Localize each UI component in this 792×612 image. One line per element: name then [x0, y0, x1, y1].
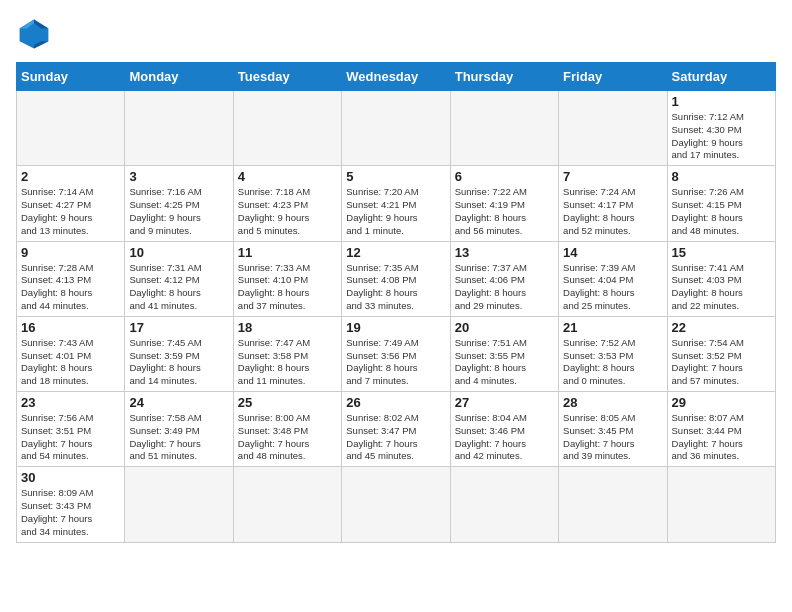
day-number: 28 — [563, 395, 662, 410]
day-cell: 5Sunrise: 7:20 AM Sunset: 4:21 PM Daylig… — [342, 166, 450, 241]
day-info: Sunrise: 7:12 AM Sunset: 4:30 PM Dayligh… — [672, 111, 771, 162]
day-cell: 3Sunrise: 7:16 AM Sunset: 4:25 PM Daylig… — [125, 166, 233, 241]
day-info: Sunrise: 7:22 AM Sunset: 4:19 PM Dayligh… — [455, 186, 554, 237]
day-cell: 6Sunrise: 7:22 AM Sunset: 4:19 PM Daylig… — [450, 166, 558, 241]
day-cell — [17, 91, 125, 166]
day-number: 8 — [672, 169, 771, 184]
day-cell — [342, 91, 450, 166]
day-number: 21 — [563, 320, 662, 335]
day-cell: 18Sunrise: 7:47 AM Sunset: 3:58 PM Dayli… — [233, 316, 341, 391]
day-cell — [667, 467, 775, 542]
day-cell: 26Sunrise: 8:02 AM Sunset: 3:47 PM Dayli… — [342, 392, 450, 467]
week-row-3: 9Sunrise: 7:28 AM Sunset: 4:13 PM Daylig… — [17, 241, 776, 316]
day-cell: 30Sunrise: 8:09 AM Sunset: 3:43 PM Dayli… — [17, 467, 125, 542]
day-cell: 11Sunrise: 7:33 AM Sunset: 4:10 PM Dayli… — [233, 241, 341, 316]
day-header-saturday: Saturday — [667, 63, 775, 91]
day-info: Sunrise: 7:47 AM Sunset: 3:58 PM Dayligh… — [238, 337, 337, 388]
day-info: Sunrise: 7:56 AM Sunset: 3:51 PM Dayligh… — [21, 412, 120, 463]
day-number: 30 — [21, 470, 120, 485]
day-number: 22 — [672, 320, 771, 335]
day-cell: 12Sunrise: 7:35 AM Sunset: 4:08 PM Dayli… — [342, 241, 450, 316]
day-info: Sunrise: 7:35 AM Sunset: 4:08 PM Dayligh… — [346, 262, 445, 313]
day-info: Sunrise: 8:05 AM Sunset: 3:45 PM Dayligh… — [563, 412, 662, 463]
day-number: 2 — [21, 169, 120, 184]
day-number: 26 — [346, 395, 445, 410]
day-cell — [450, 91, 558, 166]
day-header-monday: Monday — [125, 63, 233, 91]
day-number: 4 — [238, 169, 337, 184]
day-cell: 15Sunrise: 7:41 AM Sunset: 4:03 PM Dayli… — [667, 241, 775, 316]
day-info: Sunrise: 7:24 AM Sunset: 4:17 PM Dayligh… — [563, 186, 662, 237]
day-info: Sunrise: 7:18 AM Sunset: 4:23 PM Dayligh… — [238, 186, 337, 237]
day-number: 6 — [455, 169, 554, 184]
day-cell: 25Sunrise: 8:00 AM Sunset: 3:48 PM Dayli… — [233, 392, 341, 467]
day-cell: 4Sunrise: 7:18 AM Sunset: 4:23 PM Daylig… — [233, 166, 341, 241]
day-number: 19 — [346, 320, 445, 335]
day-number: 9 — [21, 245, 120, 260]
day-info: Sunrise: 8:04 AM Sunset: 3:46 PM Dayligh… — [455, 412, 554, 463]
day-number: 7 — [563, 169, 662, 184]
day-info: Sunrise: 7:41 AM Sunset: 4:03 PM Dayligh… — [672, 262, 771, 313]
week-row-6: 30Sunrise: 8:09 AM Sunset: 3:43 PM Dayli… — [17, 467, 776, 542]
day-number: 11 — [238, 245, 337, 260]
day-info: Sunrise: 7:39 AM Sunset: 4:04 PM Dayligh… — [563, 262, 662, 313]
day-info: Sunrise: 7:20 AM Sunset: 4:21 PM Dayligh… — [346, 186, 445, 237]
day-cell: 14Sunrise: 7:39 AM Sunset: 4:04 PM Dayli… — [559, 241, 667, 316]
calendar-table: SundayMondayTuesdayWednesdayThursdayFrid… — [16, 62, 776, 543]
day-number: 1 — [672, 94, 771, 109]
week-row-2: 2Sunrise: 7:14 AM Sunset: 4:27 PM Daylig… — [17, 166, 776, 241]
day-cell — [233, 91, 341, 166]
day-cell: 13Sunrise: 7:37 AM Sunset: 4:06 PM Dayli… — [450, 241, 558, 316]
logo — [16, 16, 58, 52]
day-number: 27 — [455, 395, 554, 410]
day-number: 3 — [129, 169, 228, 184]
day-cell — [450, 467, 558, 542]
day-info: Sunrise: 7:43 AM Sunset: 4:01 PM Dayligh… — [21, 337, 120, 388]
day-header-thursday: Thursday — [450, 63, 558, 91]
day-number: 29 — [672, 395, 771, 410]
day-cell — [233, 467, 341, 542]
page-container: SundayMondayTuesdayWednesdayThursdayFrid… — [0, 0, 792, 551]
svg-marker-0 — [20, 20, 49, 49]
week-row-1: 1Sunrise: 7:12 AM Sunset: 4:30 PM Daylig… — [17, 91, 776, 166]
day-info: Sunrise: 7:49 AM Sunset: 3:56 PM Dayligh… — [346, 337, 445, 388]
day-info: Sunrise: 7:45 AM Sunset: 3:59 PM Dayligh… — [129, 337, 228, 388]
day-cell: 27Sunrise: 8:04 AM Sunset: 3:46 PM Dayli… — [450, 392, 558, 467]
day-number: 20 — [455, 320, 554, 335]
week-row-4: 16Sunrise: 7:43 AM Sunset: 4:01 PM Dayli… — [17, 316, 776, 391]
day-info: Sunrise: 7:28 AM Sunset: 4:13 PM Dayligh… — [21, 262, 120, 313]
day-cell: 9Sunrise: 7:28 AM Sunset: 4:13 PM Daylig… — [17, 241, 125, 316]
day-cell: 24Sunrise: 7:58 AM Sunset: 3:49 PM Dayli… — [125, 392, 233, 467]
page-header — [16, 16, 776, 52]
day-info: Sunrise: 7:14 AM Sunset: 4:27 PM Dayligh… — [21, 186, 120, 237]
day-cell: 20Sunrise: 7:51 AM Sunset: 3:55 PM Dayli… — [450, 316, 558, 391]
day-cell: 22Sunrise: 7:54 AM Sunset: 3:52 PM Dayli… — [667, 316, 775, 391]
day-number: 23 — [21, 395, 120, 410]
day-info: Sunrise: 7:37 AM Sunset: 4:06 PM Dayligh… — [455, 262, 554, 313]
day-number: 24 — [129, 395, 228, 410]
day-cell: 19Sunrise: 7:49 AM Sunset: 3:56 PM Dayli… — [342, 316, 450, 391]
day-info: Sunrise: 7:58 AM Sunset: 3:49 PM Dayligh… — [129, 412, 228, 463]
day-header-sunday: Sunday — [17, 63, 125, 91]
day-header-wednesday: Wednesday — [342, 63, 450, 91]
day-cell: 1Sunrise: 7:12 AM Sunset: 4:30 PM Daylig… — [667, 91, 775, 166]
day-cell: 16Sunrise: 7:43 AM Sunset: 4:01 PM Dayli… — [17, 316, 125, 391]
day-info: Sunrise: 8:07 AM Sunset: 3:44 PM Dayligh… — [672, 412, 771, 463]
day-number: 13 — [455, 245, 554, 260]
day-info: Sunrise: 7:26 AM Sunset: 4:15 PM Dayligh… — [672, 186, 771, 237]
day-number: 25 — [238, 395, 337, 410]
day-info: Sunrise: 8:00 AM Sunset: 3:48 PM Dayligh… — [238, 412, 337, 463]
day-cell: 8Sunrise: 7:26 AM Sunset: 4:15 PM Daylig… — [667, 166, 775, 241]
day-cell — [559, 91, 667, 166]
day-cell: 2Sunrise: 7:14 AM Sunset: 4:27 PM Daylig… — [17, 166, 125, 241]
day-number: 18 — [238, 320, 337, 335]
day-cell: 21Sunrise: 7:52 AM Sunset: 3:53 PM Dayli… — [559, 316, 667, 391]
day-cell: 7Sunrise: 7:24 AM Sunset: 4:17 PM Daylig… — [559, 166, 667, 241]
day-info: Sunrise: 8:09 AM Sunset: 3:43 PM Dayligh… — [21, 487, 120, 538]
day-cell — [342, 467, 450, 542]
day-info: Sunrise: 7:52 AM Sunset: 3:53 PM Dayligh… — [563, 337, 662, 388]
day-info: Sunrise: 7:16 AM Sunset: 4:25 PM Dayligh… — [129, 186, 228, 237]
calendar-header: SundayMondayTuesdayWednesdayThursdayFrid… — [17, 63, 776, 91]
day-cell — [125, 467, 233, 542]
day-cell: 28Sunrise: 8:05 AM Sunset: 3:45 PM Dayli… — [559, 392, 667, 467]
